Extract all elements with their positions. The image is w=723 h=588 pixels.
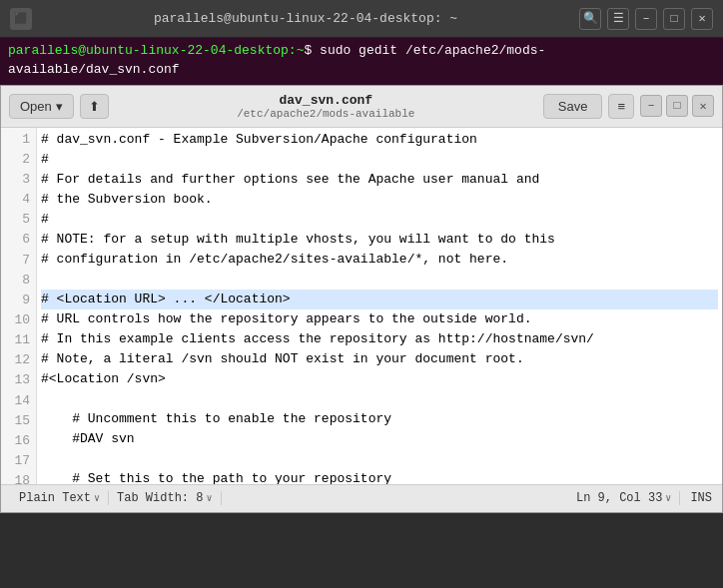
code-line: # the Subversion book. [41,190,718,210]
file-path: /etc/apache2/mods-available [115,108,537,120]
position-chevron-icon: ∨ [665,492,671,504]
terminal-close-btn[interactable]: ✕ [691,8,713,30]
line-number: 11 [9,330,30,350]
position-label: Ln 9, Col 33 [576,491,662,505]
code-line: # URL controls how the repository appear… [41,309,718,329]
line-number: 6 [9,230,30,250]
line-number: 9 [9,291,30,310]
tab-width-label: Tab Width: 8 [117,491,203,505]
tab-width-chevron-icon: ∨ [206,492,212,504]
code-line: #<Location /svn> [41,369,718,389]
save-button[interactable]: Save [543,94,603,119]
ins-label: INS [680,491,712,505]
terminal-minimize-btn[interactable]: – [635,8,657,30]
plain-text-label: Plain Text [19,491,91,505]
line-number: 7 [9,251,30,271]
gedit-header: Open ▾ ⬆ dav_svn.conf /etc/apache2/mods-… [1,86,722,128]
gedit-maximize-button[interactable]: □ [666,95,688,117]
terminal-titlebar-left: ⬛ [10,8,32,30]
gedit-window: Open ▾ ⬆ dav_svn.conf /etc/apache2/mods-… [0,85,723,513]
open-label: Open [20,99,52,114]
gedit-minimize-button[interactable]: – [640,95,662,117]
gedit-close-button[interactable]: ✕ [692,95,714,117]
gedit-menu-button[interactable]: ≡ [608,94,634,119]
code-line [41,389,718,409]
terminal-maximize-btn[interactable]: □ [663,8,685,30]
gedit-wm-buttons: – □ ✕ [640,95,714,117]
terminal-title: parallels@ubuntu-linux-22-04-desktop: ~ [32,11,579,26]
statusbar: Plain Text ∨ Tab Width: 8 ∨ Ln 9, Col 33… [1,484,722,512]
line-number: 1 [9,130,30,150]
line-number: 8 [9,271,30,291]
terminal-search-btn[interactable]: 🔍 [579,8,601,30]
code-line: # [41,210,718,230]
code-line: # <Location URL> ... </Location> [41,290,718,309]
code-line: # In this example clients access the rep… [41,329,718,349]
line-number: 2 [9,150,30,170]
code-line: #DAV svn [41,429,718,449]
open-button[interactable]: Open ▾ [9,94,74,119]
code-line: # For details and further options see th… [41,170,718,190]
line-number: 15 [9,411,30,431]
code-line [41,270,718,290]
terminal-user-host: parallels@ubuntu-linux-22-04-desktop: [8,43,297,58]
line-numbers: 1234567891011121314151617181920212223 [1,128,37,484]
line-number: 5 [9,210,30,230]
position-status[interactable]: Ln 9, Col 33 ∨ [568,491,680,505]
code-line [41,449,718,469]
terminal-icon: ⬛ [10,8,32,30]
code-line: # Note, a literal /svn should NOT exist … [41,349,718,369]
gedit-title-area: dav_svn.conf /etc/apache2/mods-available [115,93,537,120]
line-number: 18 [9,471,30,484]
terminal-controls: 🔍 ☰ – □ ✕ [579,8,713,30]
upload-icon: ⬆ [89,99,100,114]
terminal-menu-btn[interactable]: ☰ [607,8,629,30]
upload-button[interactable]: ⬆ [80,94,109,119]
file-title: dav_svn.conf [115,93,537,108]
status-right: Ln 9, Col 33 ∨ INS [568,491,712,505]
code-line: # NOTE: for a setup with multiple vhosts… [41,230,718,250]
plain-text-chevron-icon: ∨ [94,492,100,504]
tab-width-status[interactable]: Tab Width: 8 ∨ [109,491,221,505]
line-number: 3 [9,170,30,190]
terminal-command-area: parallels@ubuntu-linux-22-04-desktop:~$ … [0,38,723,85]
code-content[interactable]: # dav_svn.conf - Example Subversion/Apac… [37,128,722,484]
line-number: 13 [9,370,30,390]
code-line: # configuration in /etc/apache2/sites-av… [41,250,718,270]
code-line: # Uncomment this to enable the repositor… [41,409,718,429]
plain-text-status[interactable]: Plain Text ∨ [11,491,109,505]
open-chevron-icon: ▾ [56,99,63,114]
code-line: # dav_svn.conf - Example Subversion/Apac… [41,130,718,150]
code-line: # Set this to the path to your repositor… [41,469,718,484]
line-number: 14 [9,391,30,411]
code-line: # [41,150,718,170]
editor-area[interactable]: 1234567891011121314151617181920212223 # … [1,128,722,484]
line-number: 10 [9,310,30,330]
line-number: 4 [9,190,30,210]
terminal-titlebar: ⬛ parallels@ubuntu-linux-22-04-desktop: … [0,0,723,38]
line-number: 12 [9,350,30,370]
line-number: 16 [9,431,30,451]
line-number: 17 [9,451,30,471]
